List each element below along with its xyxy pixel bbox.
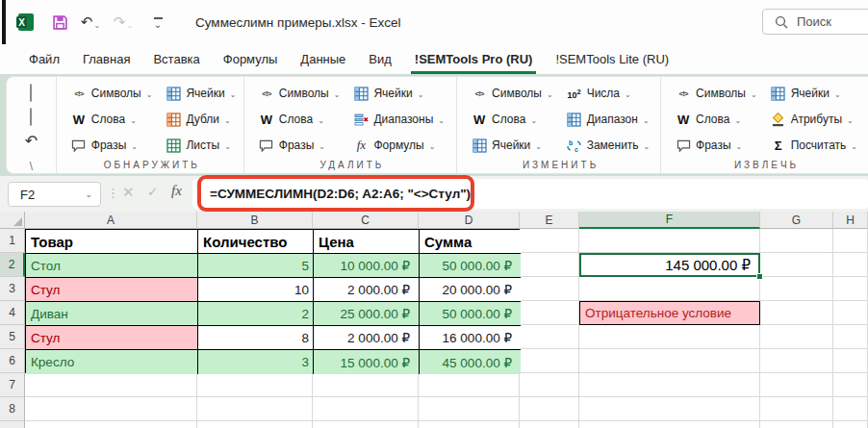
cell-D7[interactable] xyxy=(419,373,520,397)
cell-C7[interactable] xyxy=(313,373,419,397)
column-header-A[interactable]: A xyxy=(25,212,197,229)
cell-F6[interactable] xyxy=(579,349,760,373)
checkbox-icon[interactable] xyxy=(30,85,32,102)
tab-7[interactable]: !SEMTools Pro (RU) xyxy=(403,44,545,74)
cell-A2[interactable]: Стол xyxy=(26,254,198,278)
cell-G1[interactable] xyxy=(760,229,833,253)
ribbon-button[interactable]: WСлова⌄ xyxy=(66,108,158,131)
annotation-cell-F4[interactable]: Отрицательное условие xyxy=(579,301,760,325)
ribbon-button[interactable]: Атрибуты⌄ xyxy=(766,108,862,131)
ribbon-button[interactable]: Диапазон⌄ xyxy=(562,108,655,131)
column-header-H[interactable]: H xyxy=(833,212,868,229)
cell-D8[interactable] xyxy=(419,397,520,421)
name-box-chevron-icon[interactable]: ⌄ xyxy=(85,189,92,199)
cell-A4[interactable]: Диван xyxy=(26,302,198,326)
row-header-7[interactable]: 7 xyxy=(0,373,25,397)
cell-E5[interactable] xyxy=(520,325,579,349)
cell-H9[interactable] xyxy=(833,421,868,428)
cell-G5[interactable] xyxy=(760,325,833,349)
cell-C6[interactable]: 15 000.00 ₽ xyxy=(314,350,420,374)
cell-A7[interactable] xyxy=(25,373,197,397)
cell-E6[interactable] xyxy=(520,349,579,373)
cell-C3[interactable]: 2 000.00 ₽ xyxy=(314,278,420,302)
table-header-C1[interactable]: Цена xyxy=(314,230,420,254)
row-header-9[interactable]: 9 xyxy=(0,421,25,428)
ribbon-button[interactable]: WСлова⌄ xyxy=(254,108,345,131)
cell-B8[interactable] xyxy=(197,397,313,421)
cell-D3[interactable]: 20 000.00 ₽ xyxy=(420,278,521,302)
undo-small-icon[interactable]: ↶ xyxy=(25,133,38,150)
ribbon-button[interactable]: Ячейки⌄ xyxy=(766,82,862,105)
ribbon-button[interactable]: ΣПосчитать⌄ xyxy=(766,134,862,157)
cell-H5[interactable] xyxy=(833,325,868,349)
column-header-G[interactable]: G xyxy=(760,212,833,229)
select-all-corner[interactable] xyxy=(0,212,25,229)
ribbon-button[interactable]: Диапазоны⌄ xyxy=(348,108,449,131)
row-header-1[interactable]: 1 xyxy=(0,229,25,253)
cell-A8[interactable] xyxy=(25,397,197,421)
ribbon-button[interactable]: fxФормулы⌄ xyxy=(348,134,449,157)
cell-H6[interactable] xyxy=(833,349,868,373)
cell-B2[interactable]: 5 xyxy=(198,254,314,278)
column-header-D[interactable]: D xyxy=(419,212,520,229)
ribbon-button[interactable]: <!>Символы⌄ xyxy=(467,82,558,105)
cell-E8[interactable] xyxy=(520,397,579,421)
ribbon-button[interactable]: 102Числа⌄ xyxy=(562,82,655,105)
selected-cell-F2[interactable]: 145 000.00 ₽ xyxy=(579,253,760,277)
fill-handle[interactable] xyxy=(756,273,763,280)
cell-A3[interactable]: Стул xyxy=(26,278,198,302)
cell-H2[interactable] xyxy=(833,253,868,277)
backslash-icon[interactable]: \ xyxy=(30,157,33,174)
ribbon-button[interactable]: Фразы⌄ xyxy=(254,134,345,157)
ribbon-button[interactable]: <!>Символы⌄ xyxy=(254,82,345,105)
cell-B6[interactable]: 3 xyxy=(198,350,314,374)
row-header-8[interactable]: 8 xyxy=(0,397,25,421)
cell-G4[interactable] xyxy=(760,301,833,325)
column-header-E[interactable]: E xyxy=(520,212,579,229)
name-box[interactable]: F2 ⌄ xyxy=(8,182,101,207)
cell-C8[interactable] xyxy=(313,397,419,421)
ribbon-button[interactable]: WСлова⌄ xyxy=(671,108,762,131)
cell-C4[interactable]: 25 000.00 ₽ xyxy=(314,302,420,326)
cell-H4[interactable] xyxy=(833,301,868,325)
tab-1[interactable]: Файл xyxy=(17,44,71,74)
cell-H3[interactable] xyxy=(833,277,868,301)
table-header-A1[interactable]: Товар xyxy=(26,230,198,254)
cell-G9[interactable] xyxy=(760,421,833,428)
ribbon-button[interactable]: Ячейки⌄ xyxy=(467,134,558,157)
column-header-F[interactable]: F xyxy=(579,212,760,229)
cell-G8[interactable] xyxy=(760,397,833,421)
cell-E9[interactable] xyxy=(520,421,579,428)
undo-button[interactable]: ↶⌄ xyxy=(78,10,103,35)
cell-H1[interactable] xyxy=(833,229,868,253)
ribbon-button[interactable]: <!>Символы⌄ xyxy=(66,82,158,105)
insert-function-icon[interactable]: fx xyxy=(171,183,182,199)
cell-F5[interactable] xyxy=(579,325,760,349)
ribbon-button[interactable]: Ячейки⌄ xyxy=(161,82,241,105)
cell-C2[interactable]: 10 000.00 ₽ xyxy=(314,254,420,278)
cancel-entry-icon[interactable]: ✕ xyxy=(122,184,135,201)
cell-D9[interactable] xyxy=(419,421,520,428)
cell-E1[interactable] xyxy=(520,229,579,253)
cell-C9[interactable] xyxy=(313,421,419,428)
ribbon-button[interactable]: Фразы⌄ xyxy=(671,134,762,157)
cell-G7[interactable] xyxy=(760,373,833,397)
cell-B9[interactable] xyxy=(197,421,313,428)
tab-6[interactable]: Вид xyxy=(357,44,403,74)
ribbon-button[interactable]: Ячейки⌄ xyxy=(348,82,449,105)
table-header-D1[interactable]: Сумма xyxy=(420,230,521,254)
tab-8[interactable]: !SEMTools Lite (RU) xyxy=(544,44,680,74)
ribbon-button[interactable]: WСлова⌄ xyxy=(467,108,558,131)
cell-F3[interactable] xyxy=(579,277,760,301)
row-header-6[interactable]: 6 xyxy=(0,349,25,373)
cell-D5[interactable]: 16 000.00 ₽ xyxy=(420,326,521,350)
cell-G2[interactable] xyxy=(760,253,833,277)
column-header-C[interactable]: C xyxy=(313,212,419,229)
tab-2[interactable]: Главная xyxy=(71,44,141,74)
cell-A9[interactable] xyxy=(25,421,197,428)
confirm-entry-icon[interactable]: ✓ xyxy=(147,184,159,199)
cell-D2[interactable]: 50 000.00 ₽ xyxy=(420,254,521,278)
cell-F9[interactable] xyxy=(579,421,760,428)
row-header-5[interactable]: 5 xyxy=(0,325,25,349)
cell-F1[interactable] xyxy=(579,229,760,253)
